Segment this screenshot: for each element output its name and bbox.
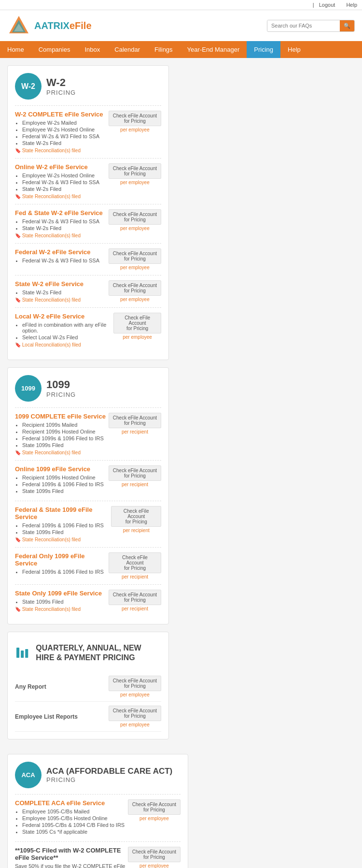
- main-nav: Home Companies Inbox Calendar Filings Ye…: [0, 41, 362, 58]
- w2-state-pricing-btn[interactable]: Check eFile Accountfor Pricing: [109, 280, 161, 296]
- aca-card-header: ACA ACA (AFFORDABLE CARE ACT) PRICING: [15, 762, 181, 788]
- search-button[interactable]: 🔍: [340, 20, 354, 31]
- n1099-online-pricing-btn[interactable]: Check eFile Accountfor Pricing: [109, 465, 161, 481]
- w2-service-local: Local W-2 eFile Service eFiled in combin…: [15, 307, 161, 352]
- svg-rect-5: [25, 649, 28, 658]
- quarterly-any-report-row: Any Report Check eFile Accountfor Pricin…: [15, 672, 161, 702]
- w2-card-header: W-2 W-2 PRICING: [15, 73, 161, 100]
- aca-card-title: ACA (AFFORDABLE CARE ACT) PRICING: [46, 767, 172, 783]
- nav-home[interactable]: Home: [0, 41, 31, 58]
- n1099-complete-pricing-btn[interactable]: Check eFile Accountfor Pricing: [109, 413, 161, 428]
- nav-filings[interactable]: Filings: [147, 41, 180, 58]
- svg-rect-4: [21, 651, 24, 658]
- n1099-fed-state-pricing-btn[interactable]: Check eFile Accountfor Pricing: [111, 506, 161, 527]
- w2-icon: W-2: [15, 73, 42, 100]
- help-link[interactable]: Help: [346, 2, 357, 8]
- aca-icon: ACA: [15, 762, 42, 788]
- logout-link[interactable]: Logout: [319, 2, 335, 8]
- quarterly-employee-list-row: Employee List Reports Check eFile Accoun…: [15, 702, 161, 732]
- aca-1095c-pricing-btn[interactable]: Check eFile Accountfor Pricing: [128, 847, 181, 862]
- aca-service-complete: COMPLETE ACA eFile Service Employee 1095…: [15, 794, 181, 841]
- w2-fed-state-pricing-btn[interactable]: Check eFile Accountfor Pricing: [109, 209, 161, 225]
- main-content: W-2 W-2 PRICING W-2 COMPLETE eFile Servi…: [0, 58, 362, 868]
- aca-pricing-card: ACA ACA (AFFORDABLE CARE ACT) PRICING CO…: [7, 754, 188, 868]
- n1099-federal-pricing-btn[interactable]: Check eFile Accountfor Pricing: [109, 552, 161, 573]
- n1099-service-online: Online 1099 eFile Service Recipient 1099…: [15, 460, 161, 501]
- search-box: 🔍: [267, 20, 355, 32]
- n1099-pricing-card: 1099 1099 PRICING 1099 COMPLETE eFile Se…: [7, 367, 169, 624]
- w2-online-pricing-btn[interactable]: Check eFile Accountfor Pricing: [109, 163, 161, 179]
- w2-local-pricing-btn[interactable]: Check eFile Accountfor Pricing: [113, 313, 161, 333]
- header: AATRIXeFile 🔍: [0, 10, 362, 41]
- n1099-state-pricing-btn[interactable]: Check eFile Accountfor Pricing: [109, 590, 161, 605]
- nav-pricing[interactable]: Pricing: [247, 41, 280, 58]
- w2-service-online: Online W-2 eFile Service Employee W-2s H…: [15, 158, 161, 204]
- nav-companies[interactable]: Companies: [31, 41, 78, 58]
- aca-service-1095c: **1095-C Filed with W-2 COMPLETE eFile S…: [15, 841, 181, 868]
- nav-calendar[interactable]: Calendar: [107, 41, 147, 58]
- quarterly-employee-list-btn[interactable]: Check eFile Accountfor Pricing: [109, 706, 161, 721]
- aatrix-logo-icon: [7, 14, 30, 37]
- quarterly-title: QUARTERLY, ANNUAL, NEW HIRE & PAYMENT PR…: [36, 643, 161, 662]
- w2-service-fed-state: Fed & State W-2 eFile Service Federal W-…: [15, 204, 161, 243]
- w2-complete-pricing-btn[interactable]: Check eFile Accountfor Pricing: [109, 111, 161, 126]
- quarterly-icon: [15, 639, 31, 666]
- search-input[interactable]: [267, 20, 340, 31]
- n1099-card-title: 1099 PRICING: [46, 378, 76, 398]
- n1099-card-header: 1099 1099 PRICING: [15, 375, 161, 402]
- logo-text: AATRIXeFile: [34, 20, 92, 31]
- w2-federal-pricing-btn[interactable]: Check eFile Accountfor Pricing: [109, 248, 161, 264]
- aca-complete-pricing-btn[interactable]: Check eFile Accountfor Pricing: [128, 799, 181, 815]
- nav-help[interactable]: Help: [280, 41, 308, 58]
- quarterly-header: QUARTERLY, ANNUAL, NEW HIRE & PAYMENT PR…: [15, 639, 161, 666]
- logo-area: AATRIXeFile: [7, 14, 92, 37]
- n1099-service-federal: Federal Only 1099 eFile Service Federal …: [15, 547, 161, 584]
- n1099-icon: 1099: [15, 375, 42, 402]
- svg-rect-3: [16, 648, 19, 658]
- w2-service-complete: W-2 COMPLETE eFile Service Employee W-2s…: [15, 105, 161, 158]
- nav-year-end-manager[interactable]: Year-End Manager: [180, 41, 247, 58]
- w2-card-title: W-2 PRICING: [46, 76, 76, 96]
- quarterly-pricing-card: QUARTERLY, ANNUAL, NEW HIRE & PAYMENT PR…: [7, 632, 169, 739]
- n1099-service-state: State Only 1099 eFile Service State 1099…: [15, 584, 161, 617]
- n1099-service-fed-state: Federal & State 1099 eFile Service Feder…: [15, 501, 161, 547]
- w2-pricing-card: W-2 W-2 PRICING W-2 COMPLETE eFile Servi…: [7, 65, 169, 360]
- right-column: ACA ACA (AFFORDABLE CARE ACT) PRICING CO…: [7, 754, 188, 868]
- left-column: W-2 W-2 PRICING W-2 COMPLETE eFile Servi…: [7, 65, 169, 747]
- quarterly-any-report-btn[interactable]: Check eFile Accountfor Pricing: [109, 676, 161, 691]
- top-bar: | Logout Help: [0, 0, 362, 10]
- w2-service-federal: Federal W-2 eFile Service Federal W-2s &…: [15, 243, 161, 275]
- n1099-service-complete: 1099 COMPLETE eFile Service Recipient 10…: [15, 407, 161, 460]
- nav-inbox[interactable]: Inbox: [77, 41, 107, 58]
- w2-service-state: State W-2 eFile Service State W-2s Filed…: [15, 275, 161, 307]
